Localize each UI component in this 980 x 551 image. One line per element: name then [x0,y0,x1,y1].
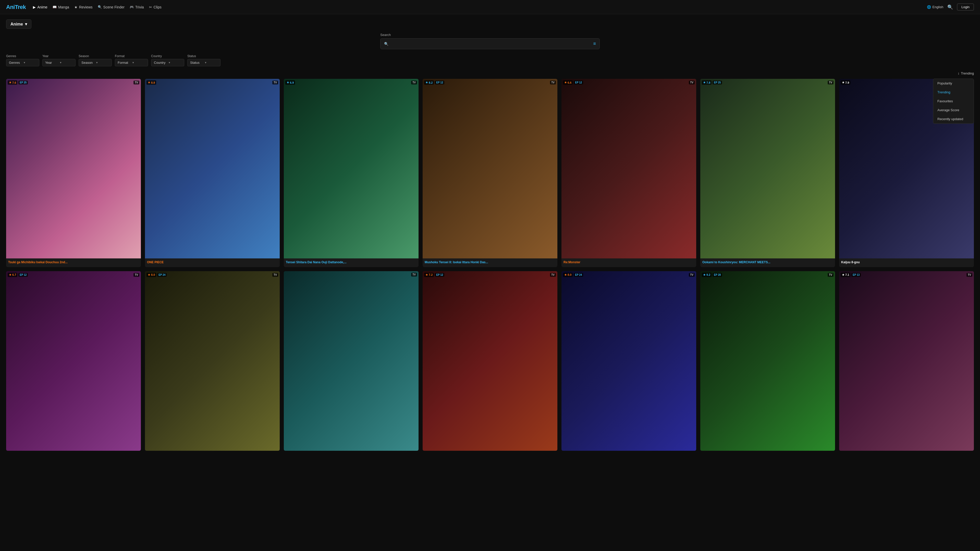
score-value: ★ 8.0 [146,273,156,277]
nav-item-reviews[interactable]: ★ Reviews [74,5,93,9]
card-image [700,271,835,451]
sort-button[interactable]: ↕ Trending [958,71,974,75]
anime-card[interactable]: ★ 7.2 EP 12 TV [423,271,557,451]
score-badge: ★ 9.2 EP 28 [702,273,722,277]
card-thumbnail: ★ 8.0 EP 24 TV [145,271,280,451]
card-image [284,79,418,259]
card-thumbnail: ★ 8.0 EP 24 TV [562,271,696,451]
star-icon: ★ [148,81,150,84]
card-thumbnail: ★ 8.8 TV [145,79,280,259]
login-button[interactable]: Login [957,3,974,11]
card-info: ONE PIECE [145,259,280,267]
main-content: Anime ▾ Search 🔍 ≡ Genres Genres ▾ Year … [0,14,980,456]
nav-item-anime[interactable]: ▶ Anime [33,5,48,9]
site-logo[interactable]: AniTrek [6,4,26,11]
card-image [6,79,141,259]
anime-card[interactable]: ★ 9.2 EP 28 TV [700,271,835,451]
format-badge: TV [411,273,417,276]
nav-right: 🌐 English 🔍 Login [927,3,974,11]
format-badge: TV [411,81,417,84]
nav-item-scene-finder[interactable]: 🔍 Scene Finder [98,5,124,9]
anime-card[interactable]: ★ 6.7 EP 12 TV [6,271,141,451]
filter-icon[interactable]: ≡ [593,41,596,46]
sort-option-favourites[interactable]: Favourites [933,97,974,106]
card-image [145,271,280,451]
card-badges: ★ 9.2 EP 28 TV [700,273,835,277]
card-thumbnail: ★ 7.6 EP 25 TV [6,79,141,259]
chevron-down-icon: ▾ [25,22,27,27]
card-title: ONE PIECE [147,260,278,265]
score-value: ★ 7.9 [841,80,850,85]
card-thumbnail: ★ 7.1 EP 13 TV [839,271,974,451]
star-icon: ★ [703,81,706,84]
score-badge: ★ 8.2 EP 12 [424,80,444,85]
anime-card[interactable]: ★ 6.6 EP 12 TV Re:Monster [562,79,696,267]
chevron-down-icon: ▾ [96,61,109,64]
anime-card[interactable]: ★ 8.8 TV ONE PIECE [145,79,280,267]
year-filter: Year Year ▾ [42,54,76,66]
format-select[interactable]: Format ▾ [115,59,148,66]
season-select[interactable]: Season ▾ [79,59,112,66]
card-image [562,79,696,259]
play-icon: ▶ [33,5,36,9]
globe-icon: 🌐 [927,5,931,9]
country-select[interactable]: Country ▾ [151,59,184,66]
scissors-icon: ✂ [149,5,152,9]
sort-option-average-score[interactable]: Average Score [933,106,974,114]
anime-card[interactable]: ★ 6.9 TV Tensei Shitara Dai Nana Ouji Da… [284,79,418,267]
score-badge: ★ 6.7 EP 12 [8,273,28,277]
card-title: Re:Monster [563,260,694,265]
chevron-down-icon: ▾ [60,61,73,64]
sort-option-recently-updated[interactable]: Recently updated [933,114,974,124]
anime-card[interactable]: ★ 8.0 EP 24 TV [562,271,696,451]
card-info: Ookami to Koushinryou: MERCHANT MEETS... [700,259,835,267]
card-info: Tensei Shitara Dai Nana Ouji Dattanode,.… [284,259,418,267]
card-image [839,271,974,451]
year-select[interactable]: Year ▾ [42,59,76,66]
card-thumbnail: ★ 9.2 EP 28 TV [700,271,835,451]
anime-section-dropdown[interactable]: Anime ▾ [6,19,32,29]
sort-option-trending[interactable]: Trending [933,88,974,97]
language-selector[interactable]: 🌐 English [927,5,943,9]
year-label: Year [42,54,76,58]
episode-badge: EP 24 [574,273,583,277]
search-label: Search [380,33,600,37]
format-badge: TV [134,81,139,84]
card-image [423,79,557,259]
card-thumbnail: ★ 7.8 EP 25 TV [700,79,835,259]
anime-card[interactable]: ★ 7.1 EP 13 TV [839,271,974,451]
card-badges: ★ 6.7 EP 12 TV [6,273,141,277]
score-badge: ★ 7.9 [841,80,850,85]
anime-card[interactable]: ★ 7.8 EP 25 TV Ookami to Koushinryou: ME… [700,79,835,267]
nav-item-manga[interactable]: 📖 Manga [52,5,69,9]
episode-badge: EP 12 [18,273,28,277]
search-nav-icon[interactable]: 🔍 [947,4,953,10]
score-badge: ★ 8.0 EP 24 [146,273,167,277]
episode-badge: EP 25 [18,81,28,84]
score-value: ★ 7.2 [424,273,434,277]
search-input[interactable] [390,42,593,46]
card-image [284,271,418,451]
score-value: ★ 6.6 [563,80,573,85]
anime-card[interactable]: ★ 8.2 EP 12 TV Mushoku Tensei II: Isekai… [423,79,557,267]
card-image [145,79,280,259]
format-badge: TV [689,273,695,277]
nav-item-clips[interactable]: ✂ Clips [149,5,162,9]
card-badges: ★ 8.8 TV [145,80,280,85]
card-badges: ★ 6.9 TV [284,80,418,85]
anime-card[interactable]: TV [284,271,418,451]
format-label: Format [115,54,148,58]
episode-badge: EP 12 [574,81,583,84]
nav-item-trivia[interactable]: 🎮 Trivia [130,5,144,9]
chevron-down-icon: ▾ [205,61,218,64]
score-value: ★ 8.8 [146,80,156,85]
card-image [700,79,835,259]
anime-card[interactable]: ★ 7.6 EP 25 TV Tsuki ga Michibiku Isekai… [6,79,141,267]
sort-option-popularity[interactable]: Popularity [933,79,974,88]
filters-row: Genres Genres ▾ Year Year ▾ Season Seaso… [6,54,974,66]
genres-select[interactable]: Genres ▾ [6,59,39,66]
status-select[interactable]: Status ▾ [187,59,221,66]
star-icon: ★ [9,81,11,84]
score-badge: ★ 8.0 EP 24 [563,273,583,277]
anime-card[interactable]: ★ 8.0 EP 24 TV [145,271,280,451]
